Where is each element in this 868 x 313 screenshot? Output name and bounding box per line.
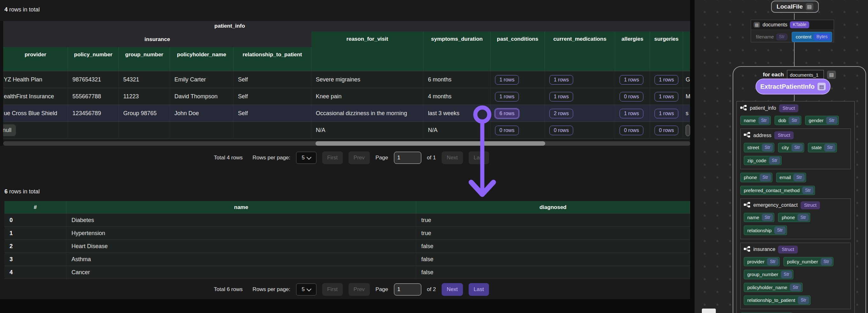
page-input[interactable] — [394, 283, 421, 295]
schema-field-preferred_contact_method[interactable]: preferred_contact_methodStr — [740, 186, 815, 195]
next-page-button[interactable]: Next — [442, 151, 463, 164]
cell-2: Group 98765 — [119, 105, 170, 122]
cell-2: true — [416, 227, 690, 239]
rows-count-button[interactable]: 1 rows — [549, 92, 573, 102]
cell-text: ue Cross Blue Shield — [4, 110, 57, 117]
struct-icon — [740, 105, 747, 112]
schema-field-policyholder_name[interactable]: policyholder_nameStr — [744, 283, 803, 292]
schema-field-gender[interactable]: genderStr — [805, 116, 839, 125]
page-of-label: of 1 — [427, 154, 436, 161]
documents-node-header[interactable]: ▤ documents KTable — [751, 20, 834, 30]
table-row[interactable]: ue Cross Blue Shield123456789Group 98765… — [3, 105, 690, 122]
prev-page-button[interactable]: Prev — [348, 283, 370, 296]
panel-footer — [0, 299, 694, 313]
schema-field-relationship[interactable]: relationshipStr — [744, 226, 787, 235]
rows-count-button[interactable]: 1 rows — [620, 109, 643, 118]
next-page-button[interactable]: Next — [442, 283, 463, 296]
rows-per-page-select[interactable]: 5 — [296, 283, 316, 295]
schema-field-email[interactable]: emailStr — [776, 173, 806, 182]
rows-count-button[interactable]: 1 rows — [654, 109, 678, 118]
last-page-button[interactable]: Last — [469, 283, 489, 296]
table-row[interactable]: 1Hypertensiontrue — [4, 226, 690, 239]
cell-text: 123456789 — [72, 110, 101, 117]
rows-count-button[interactable]: 1 rows — [654, 75, 678, 85]
field-content[interactable]: content Bytes — [792, 32, 832, 42]
cell-6: last 3 weeks — [424, 105, 491, 122]
schema-field-row: preferred_contact_methodStr — [740, 186, 851, 195]
document-icon[interactable]: ▤ — [806, 3, 813, 10]
chevron-down-icon — [307, 286, 312, 291]
table-row[interactable]: 4Cancerfalse — [4, 265, 690, 279]
rows-count-button[interactable]: 1 rows — [549, 75, 573, 85]
struct-type-badge: Struct — [801, 201, 820, 209]
cell-text: 555667788 — [72, 93, 101, 100]
struct-header-insurance[interactable]: insuranceStruct — [744, 246, 847, 254]
struct-box-insurance: insuranceStructproviderStrpolicy_numberS… — [740, 243, 851, 309]
last-page-button[interactable]: Last — [469, 151, 489, 164]
page-input[interactable] — [394, 152, 421, 164]
schema-field-row: group_numberStr — [744, 270, 847, 279]
field-name: dob — [778, 118, 786, 123]
struct-header-address[interactable]: addressStruct — [744, 131, 847, 139]
cell-5: Knee pain — [311, 88, 424, 105]
horizontal-scrollbar-track[interactable] — [3, 141, 690, 146]
cell-5: Occasional dizziness in the morning — [311, 105, 424, 122]
document-icon[interactable]: ▤ — [817, 83, 826, 90]
schema-field-name[interactable]: nameStr — [740, 116, 771, 125]
field-filename[interactable]: filename Str — [753, 32, 788, 41]
extract-patient-info-node[interactable]: ExtractPatientInfo ▤ — [755, 79, 831, 94]
table-row[interactable]: nullN/AN/A0 rows0 rows0 rows0 rows — [3, 121, 690, 139]
rows-count-button[interactable]: 0 rows — [620, 126, 643, 135]
rows-count-button[interactable]: 2 rows — [549, 109, 573, 118]
struct-header-patient_info[interactable]: patient_infoStruct — [740, 104, 851, 112]
str-type-badge: Str — [762, 144, 773, 151]
struct-header-emergency_contact[interactable]: emergency_contactStruct — [744, 201, 847, 209]
rows-count-button[interactable]: 1 rows — [654, 92, 678, 102]
rows-count-button[interactable]: 0 rows — [549, 126, 573, 135]
schema-field-city[interactable]: cityStr — [778, 143, 804, 152]
schema-field-row: nameStrphoneStr — [744, 213, 847, 222]
rows-count-button[interactable]: 0 rows — [654, 126, 678, 135]
cell-7: 0 rows — [491, 122, 545, 139]
schema-field-dob[interactable]: dobStr — [775, 116, 801, 125]
horizontal-scrollbar-thumb[interactable] — [315, 141, 545, 146]
first-page-button[interactable]: First — [322, 151, 343, 164]
documents-node-fields: filename Str content Bytes — [751, 30, 834, 44]
rows-count-button[interactable]: 6 rows — [495, 109, 519, 118]
schema-field-policy_number[interactable]: policy_numberStr — [783, 257, 833, 266]
cell-1: Hypertension — [66, 227, 416, 239]
rows-count-button[interactable]: 1 rows — [620, 75, 643, 85]
field-name: group_number — [747, 272, 778, 277]
schema-field-group_number[interactable]: group_numberStr — [744, 270, 793, 279]
schema-field-relationship_to_patient[interactable]: relationship_to_patientStr — [744, 295, 810, 305]
cell-text: Severe migraines — [316, 76, 360, 83]
table-row[interactable]: ealthFirst Insurance55566778811223David … — [3, 88, 690, 105]
schema-field-state[interactable]: stateStr — [808, 143, 837, 152]
prev-page-button[interactable]: Prev — [348, 151, 370, 164]
foreach-input[interactable] — [787, 70, 824, 80]
schema-field-phone[interactable]: phoneStr — [778, 213, 810, 222]
first-page-button[interactable]: First — [322, 283, 343, 296]
rows-count-button[interactable]: 0 rows — [495, 126, 519, 135]
document-icon[interactable]: ▤ — [827, 70, 836, 79]
rows-count-button[interactable]: 1 rows — [495, 92, 519, 102]
table-row[interactable]: YZ Health Plan98765432154321Emily Carter… — [3, 71, 690, 88]
schema-field-name[interactable]: nameStr — [744, 213, 774, 222]
table-row[interactable]: 2Heart Diseasefalse — [4, 239, 690, 253]
table-icon: ▤ — [754, 22, 760, 28]
rows-per-page-select[interactable]: 5 — [296, 152, 316, 164]
schema-field-zip_code[interactable]: zip_codeStr — [744, 156, 782, 165]
localfile-node[interactable]: LocalFile ▤ — [771, 1, 819, 13]
table-row[interactable]: 0Diabetestrue — [4, 214, 690, 226]
schema-field-phone[interactable]: phoneStr — [740, 173, 772, 182]
documents-node[interactable]: ▤ documents KTable filename Str content … — [751, 20, 834, 42]
schema-field-provider[interactable]: providerStr — [744, 257, 780, 266]
pipeline-canvas[interactable]: LocalFile ▤ ▤ documents KTable filename … — [694, 0, 868, 313]
cell-text: Self — [238, 76, 248, 83]
rows-count-button[interactable]: 1 rows — [495, 75, 519, 85]
schema-field-street[interactable]: streetStr — [744, 143, 774, 152]
table-row[interactable]: 3Asthmafalse — [4, 253, 690, 265]
rows-count-button[interactable]: 0 rows — [620, 92, 643, 102]
cell-1: 123456789 — [68, 105, 119, 122]
cell-11: M — [683, 88, 690, 105]
